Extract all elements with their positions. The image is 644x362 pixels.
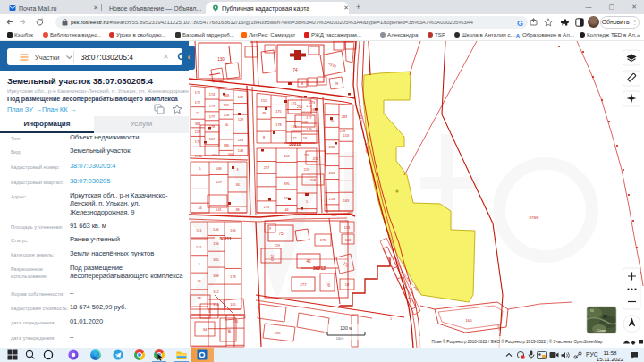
svg-text:283: 283 <box>342 115 347 119</box>
svg-text:178: 178 <box>230 275 235 279</box>
svg-text:153: 153 <box>343 134 349 138</box>
svg-text:28б: 28б <box>348 211 354 215</box>
svg-text:G: G <box>517 19 523 28</box>
svg-text:38: 38 <box>235 208 239 212</box>
svg-text:34: 34 <box>203 327 208 332</box>
svg-text:179: 179 <box>209 105 215 108</box>
svg-text:170: 170 <box>233 320 238 324</box>
svg-text:162: 162 <box>238 96 243 99</box>
svg-text:232: 232 <box>313 157 318 161</box>
svg-text:18: 18 <box>345 282 350 287</box>
svg-text:395: 395 <box>284 182 289 186</box>
svg-text:263: 263 <box>329 172 335 175</box>
svg-text:12: 12 <box>196 112 199 115</box>
svg-text:568: 568 <box>216 167 221 171</box>
svg-text:1: 1 <box>306 200 308 204</box>
svg-text:176: 176 <box>195 140 200 144</box>
svg-text:173: 173 <box>320 238 326 242</box>
svg-text:541: 541 <box>196 246 201 249</box>
svg-text:3: 3 <box>198 263 199 266</box>
svg-text:546: 546 <box>213 228 218 232</box>
svg-text:44: 44 <box>284 208 288 212</box>
svg-text:8: 8 <box>301 82 303 86</box>
svg-text:566: 566 <box>228 153 233 156</box>
svg-text:287: 287 <box>332 213 338 217</box>
svg-text:166: 166 <box>230 229 235 232</box>
svg-text:1: 1 <box>390 317 392 321</box>
svg-text:40: 40 <box>306 259 311 264</box>
svg-text:160: 160 <box>466 318 473 323</box>
svg-text:175: 175 <box>275 110 281 114</box>
svg-text:196: 196 <box>213 242 218 246</box>
svg-text:163: 163 <box>345 238 352 242</box>
svg-text:176: 176 <box>291 125 296 129</box>
svg-text:1730: 1730 <box>195 155 202 158</box>
svg-text:29: 29 <box>335 82 338 86</box>
svg-text:34: 34 <box>235 183 239 187</box>
svg-text:3: 3 <box>236 168 238 172</box>
svg-text:174: 174 <box>209 93 215 97</box>
svg-text:153: 153 <box>344 225 351 230</box>
svg-text:177: 177 <box>209 115 215 119</box>
svg-text:878/6: 878/6 <box>530 215 540 220</box>
svg-text:280: 280 <box>270 255 275 262</box>
svg-text:256: 256 <box>297 105 303 109</box>
svg-text:559: 559 <box>224 104 229 107</box>
svg-text:308: 308 <box>213 274 218 278</box>
svg-text:5: 5 <box>199 167 200 171</box>
svg-text:44: 44 <box>198 206 201 210</box>
svg-text:218: 218 <box>329 198 335 201</box>
svg-text:130: 130 <box>217 57 225 62</box>
svg-text:567: 567 <box>209 138 215 141</box>
svg-text:102: 102 <box>302 120 309 124</box>
svg-text:209: 209 <box>212 154 217 157</box>
svg-text:305: 305 <box>213 258 218 262</box>
svg-text:165: 165 <box>230 303 235 307</box>
svg-text:103: 103 <box>238 139 243 142</box>
svg-text:8: 8 <box>263 136 265 139</box>
svg-text:30211: 30211 <box>219 236 232 241</box>
svg-text:129: 129 <box>195 130 200 134</box>
svg-text:34: 34 <box>197 280 200 283</box>
svg-text:257: 257 <box>264 166 269 170</box>
svg-text:Слои: Слои <box>597 328 606 333</box>
svg-text:75: 75 <box>278 232 284 236</box>
svg-text:511: 511 <box>196 229 201 232</box>
svg-text:129: 129 <box>238 118 243 122</box>
svg-text:178: 178 <box>275 123 281 127</box>
svg-text:175: 175 <box>195 91 200 95</box>
svg-text:48: 48 <box>262 112 266 115</box>
svg-text:56: 56 <box>225 123 228 127</box>
svg-text:151: 151 <box>261 99 267 103</box>
svg-text:38: 38 <box>197 297 200 300</box>
svg-text:219: 219 <box>304 168 309 172</box>
svg-text:103: 103 <box>284 155 289 158</box>
svg-text:159: 159 <box>216 181 221 184</box>
svg-text:216: 216 <box>304 154 309 157</box>
svg-text:312: 312 <box>213 290 218 294</box>
svg-text:План © Росреестр 2010-2022 / Э: План © Росреестр 2010-2022 / ЭЖО © Росре… <box>432 339 603 344</box>
svg-text:148: 148 <box>238 149 243 153</box>
svg-text:282: 282 <box>329 146 335 149</box>
svg-text:541: 541 <box>216 208 221 212</box>
svg-text:29: 29 <box>330 120 334 123</box>
svg-text:172: 172 <box>195 101 200 105</box>
svg-text:728: 728 <box>224 114 229 117</box>
svg-text:74: 74 <box>292 68 298 72</box>
svg-text:179: 179 <box>306 128 311 131</box>
svg-text:100 м: 100 м <box>340 325 352 331</box>
svg-text:408: 408 <box>310 179 316 182</box>
svg-text:253: 253 <box>264 206 269 209</box>
svg-text:218: 218 <box>340 130 345 133</box>
svg-text:195: 195 <box>275 331 282 335</box>
svg-text:16: 16 <box>303 136 308 140</box>
svg-text:273: 273 <box>309 101 315 105</box>
svg-text:100 ft: 100 ft <box>336 337 344 341</box>
svg-text:384: 384 <box>195 122 200 126</box>
svg-text:186: 186 <box>224 144 229 147</box>
svg-text:277: 277 <box>300 282 307 287</box>
svg-text:163: 163 <box>343 199 349 203</box>
svg-text:219: 219 <box>275 244 280 248</box>
